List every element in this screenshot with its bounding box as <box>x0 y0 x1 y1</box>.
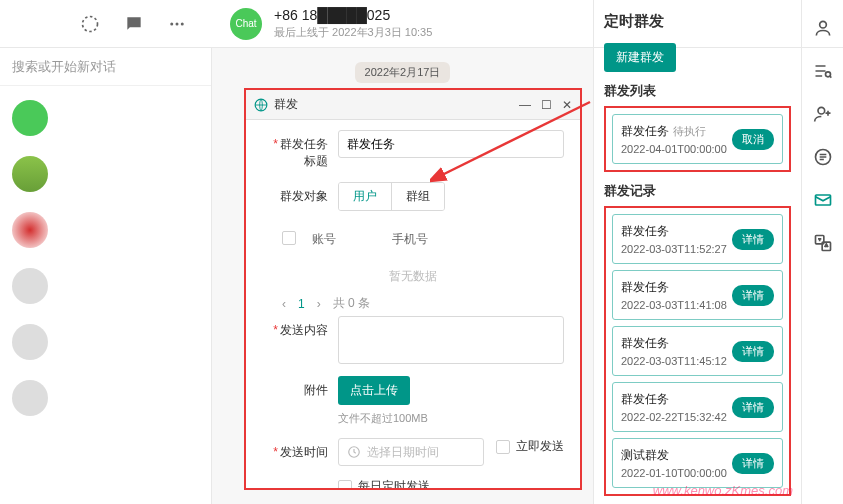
content-textarea[interactable] <box>338 316 564 364</box>
target-label: 群发对象 <box>280 189 328 203</box>
pagination: ‹ 1 › 共 0 条 <box>262 295 564 312</box>
maximize-button[interactable]: ☐ <box>541 98 552 112</box>
task-time: 2022-04-01T00:00:00 <box>621 143 732 155</box>
page-current[interactable]: 1 <box>298 297 305 311</box>
col-phone: 手机号 <box>392 231 564 248</box>
task-card: 群发任务2022-02-22T15:32:42 详情 <box>612 382 783 432</box>
search-list-icon[interactable] <box>813 61 833 84</box>
minimize-button[interactable]: — <box>519 98 531 112</box>
task-detail-button[interactable]: 详情 <box>732 341 774 362</box>
mail-icon[interactable] <box>813 190 833 213</box>
contact-avatar[interactable]: Chat <box>230 8 262 40</box>
upload-button[interactable]: 点击上传 <box>338 376 410 405</box>
task-status: 待执行 <box>673 125 706 137</box>
task-title-label: 群发任务标题 <box>280 137 328 168</box>
task-time: 2022-03-03T11:41:08 <box>621 299 732 311</box>
datetime-placeholder: 选择日期时间 <box>367 444 439 461</box>
task-card: 测试群发2022-01-10T00:00:00 详情 <box>612 438 783 488</box>
page-total: 共 0 条 <box>333 295 370 312</box>
content-label: 发送内容 <box>280 323 328 337</box>
immediate-checkbox[interactable] <box>496 440 510 454</box>
immediate-send-option[interactable]: 立即发送 <box>496 438 564 455</box>
select-all-checkbox[interactable] <box>282 231 296 245</box>
dialog-title-text: 群发 <box>274 96 298 113</box>
chat-icon[interactable] <box>124 14 144 34</box>
globe-icon <box>254 98 268 112</box>
panel-title: 定时群发 <box>604 12 791 31</box>
list-item[interactable] <box>0 258 211 314</box>
record-list: 群发任务2022-03-03T11:52:27 详情 群发任务2022-03-0… <box>604 206 791 496</box>
pending-list: 群发任务待执行 2022-04-01T00:00:00 取消 <box>604 106 791 172</box>
person-icon[interactable] <box>813 18 833 41</box>
tab-group[interactable]: 群组 <box>392 183 444 210</box>
task-name: 群发任务 <box>621 391 732 408</box>
page-next[interactable]: › <box>317 297 321 311</box>
task-name: 群发任务 <box>621 279 732 296</box>
conversation-list <box>0 86 211 426</box>
task-name: 测试群发 <box>621 447 732 464</box>
pending-list-title: 群发列表 <box>604 82 791 100</box>
empty-text: 暂无数据 <box>262 254 564 295</box>
list-item[interactable] <box>0 314 211 370</box>
date-pill: 2022年2月17日 <box>355 62 451 83</box>
task-card: 群发任务待执行 2022-04-01T00:00:00 取消 <box>612 114 783 164</box>
svg-point-3 <box>181 22 184 25</box>
daily-label: 每日定时发送 <box>358 478 430 488</box>
time-label: 发送时间 <box>280 445 328 459</box>
task-time: 2022-03-03T11:45:12 <box>621 355 732 367</box>
task-detail-button[interactable]: 详情 <box>732 229 774 250</box>
svg-point-1 <box>170 22 173 25</box>
icon-rail <box>801 0 843 504</box>
list-item[interactable] <box>0 370 211 426</box>
task-detail-button[interactable]: 详情 <box>732 453 774 474</box>
svg-point-7 <box>819 21 826 28</box>
svg-point-2 <box>176 22 179 25</box>
task-name: 群发任务 <box>621 223 732 240</box>
close-button[interactable]: ✕ <box>562 98 572 112</box>
record-list-title: 群发记录 <box>604 182 791 200</box>
watermark: www.kenwo.zKmes.com <box>653 483 793 498</box>
task-card: 群发任务2022-03-03T11:41:08 详情 <box>612 270 783 320</box>
task-time: 2022-03-03T11:52:27 <box>621 243 732 255</box>
list-item[interactable] <box>0 90 211 146</box>
right-panel: 定时群发 新建群发 群发列表 群发任务待执行 2022-04-01T00:00:… <box>593 0 801 504</box>
menu-icon[interactable] <box>168 15 186 33</box>
task-name: 群发任务 <box>621 335 732 352</box>
task-detail-button[interactable]: 详情 <box>732 285 774 306</box>
person-add-icon[interactable] <box>813 104 833 127</box>
tab-user[interactable]: 用户 <box>339 183 392 210</box>
task-time: 2022-01-10T00:00:00 <box>621 467 732 479</box>
task-name: 群发任务 <box>621 124 669 138</box>
task-time: 2022-02-22T15:32:42 <box>621 411 732 423</box>
upload-hint: 文件不超过100MB <box>338 411 428 426</box>
contact-last-seen: 最后上线于 2022年3月3日 10:35 <box>274 25 432 40</box>
page-prev[interactable]: ‹ <box>282 297 286 311</box>
header-left-icons <box>0 14 212 34</box>
translate-icon[interactable] <box>813 233 833 256</box>
svg-point-0 <box>83 16 98 31</box>
datetime-input[interactable]: 选择日期时间 <box>338 438 484 466</box>
list-item[interactable] <box>0 146 211 202</box>
task-cancel-button[interactable]: 取消 <box>732 129 774 150</box>
table-header: 账号 手机号 <box>262 223 564 254</box>
daily-checkbox[interactable] <box>338 480 352 489</box>
col-account: 账号 <box>312 231 392 248</box>
task-detail-button[interactable]: 详情 <box>732 397 774 418</box>
task-card: 群发任务2022-03-03T11:52:27 详情 <box>612 214 783 264</box>
task-card: 群发任务2022-03-03T11:45:12 详情 <box>612 326 783 376</box>
broadcast-dialog: 群发 — ☐ ✕ *群发任务标题 群发对象 用户 群组 账号 手机号 暂无数据 <box>244 88 582 490</box>
list-circle-icon[interactable] <box>813 147 833 170</box>
task-title-input[interactable] <box>338 130 564 158</box>
immediate-label: 立即发送 <box>516 438 564 455</box>
svg-point-9 <box>818 107 825 114</box>
dialog-titlebar: 群发 — ☐ ✕ <box>246 90 580 120</box>
clock-icon <box>347 445 361 459</box>
new-broadcast-button[interactable]: 新建群发 <box>604 43 676 72</box>
list-item[interactable] <box>0 202 211 258</box>
status-icon[interactable] <box>80 14 100 34</box>
contact-name: +86 18█████025 <box>274 7 432 23</box>
conversation-sidebar: 搜索或开始新对话 <box>0 48 212 504</box>
attach-label: 附件 <box>304 383 328 397</box>
search-input[interactable]: 搜索或开始新对话 <box>0 48 211 86</box>
